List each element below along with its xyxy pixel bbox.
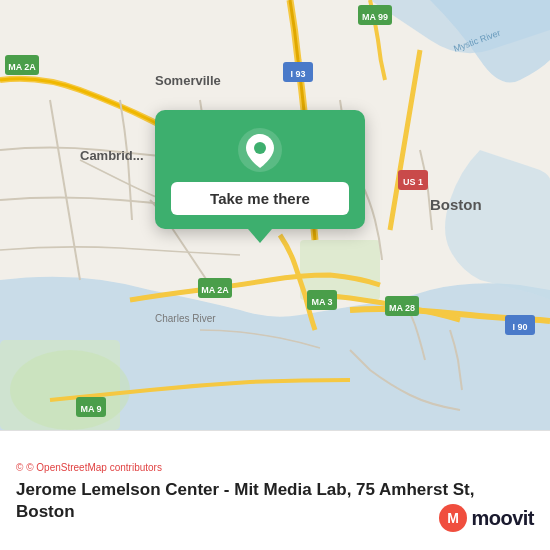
osm-credit-text: © OpenStreetMap contributors [26,462,162,473]
take-me-there-button[interactable]: Take me there [171,182,349,215]
svg-point-3 [10,350,130,430]
copyright-symbol: © [16,462,23,473]
svg-text:Cambrid...: Cambrid... [80,148,144,163]
location-pin-icon [238,128,282,172]
osm-credit: © © OpenStreetMap contributors [16,462,534,473]
svg-text:MA 2A: MA 2A [8,62,36,72]
svg-text:Boston: Boston [430,196,482,213]
moovit-brand-icon: M [439,504,467,532]
svg-text:I 90: I 90 [512,322,527,332]
svg-text:MA 28: MA 28 [389,303,415,313]
moovit-brand-text: moovit [471,507,534,530]
svg-text:MA 9: MA 9 [80,404,101,414]
svg-text:I 93: I 93 [290,69,305,79]
moovit-logo: M moovit [439,504,534,532]
svg-point-28 [254,142,266,154]
svg-text:M: M [448,510,460,526]
svg-text:MA 99: MA 99 [362,12,388,22]
svg-text:MA 2A: MA 2A [201,285,229,295]
map-area: MA 2A MA 99 I 93 US 1 MA 3 MA 2A MA 28 I… [0,0,550,430]
svg-text:MA 3: MA 3 [311,297,332,307]
info-bar: © © OpenStreetMap contributors Jerome Le… [0,430,550,550]
svg-text:Charles River: Charles River [155,313,216,324]
svg-text:Somerville: Somerville [155,73,221,88]
svg-text:US 1: US 1 [403,177,423,187]
location-popup: Take me there [155,110,365,229]
